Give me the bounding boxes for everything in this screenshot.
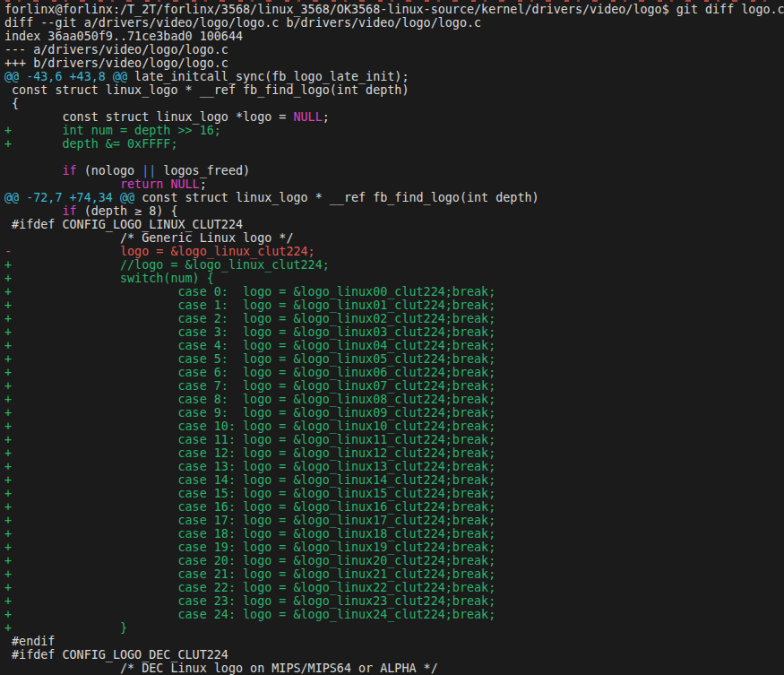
- terminal-line: + case 6: logo = &logo_linux06_clut224;b…: [4, 366, 784, 379]
- code-span: index 36aa050f9..71ce3bad0 100644: [4, 30, 243, 43]
- code-span: #endif: [4, 635, 55, 648]
- terminal-line: return NULL;: [4, 177, 784, 191]
- code-span: + case 8: logo = &logo_linux08_clut224;b…: [4, 393, 495, 406]
- code-span: + case 6: logo = &logo_linux06_clut224;b…: [4, 366, 495, 379]
- terminal-line: @@ -72,7 +74,34 @@ const struct linux_lo…: [4, 191, 784, 204]
- terminal-line: + case 2: logo = &logo_linux02_clut224;b…: [4, 312, 784, 325]
- code-span: + case 21: logo = &logo_linux21_clut224;…: [4, 567, 495, 581]
- code-span: if: [63, 164, 77, 177]
- terminal-line: /* DEC Linux logo on MIPS/MIPS64 or ALPH…: [4, 662, 784, 675]
- terminal-line: + case 3: logo = &logo_linux03_clut224;b…: [4, 325, 784, 339]
- code-span: + case 4: logo = &logo_linux04_clut224;b…: [4, 339, 495, 352]
- terminal-line: + case 8: logo = &logo_linux08_clut224;b…: [4, 393, 784, 406]
- terminal-line: forlinx@forlinx:/T_2T/forlinx/3568/linux…: [4, 3, 784, 16]
- code-span: + case 12: logo = &logo_linux12_clut224;…: [4, 446, 495, 460]
- code-span: [4, 151, 12, 164]
- terminal-line: const struct linux_logo *logo = NULL;: [4, 110, 784, 124]
- terminal-line: + case 15: logo = &logo_linux15_clut224;…: [4, 487, 784, 500]
- code-span: + case 11: logo = &logo_linux11_clut224;…: [4, 433, 495, 446]
- terminal-output: forlinx@forlinx:/T_2T/forlinx/3568/linux…: [0, 0, 784, 675]
- code-span: + case 20: logo = &logo_linux20_clut224;…: [4, 554, 495, 567]
- terminal-line: #endif: [4, 635, 784, 648]
- code-span: if: [63, 204, 77, 218]
- code-span: @@ -72,7 +74,34 @@: [4, 191, 134, 204]
- code-span: [4, 204, 63, 218]
- code-span: + case 16: logo = &logo_linux16_clut224;…: [4, 500, 495, 514]
- clipped-previous-line: [5, 0, 772, 2]
- terminal-line: + //logo = &logo_linux_clut224;: [4, 258, 784, 272]
- terminal-line: + case 17: logo = &logo_linux17_clut224;…: [4, 514, 784, 527]
- terminal-line: + case 4: logo = &logo_linux04_clut224;b…: [4, 339, 784, 352]
- code-span: + depth &= 0xFFFF;: [4, 137, 177, 151]
- terminal-line: + case 24: logo = &logo_linux24_clut224;…: [4, 608, 784, 621]
- code-span: return: [120, 177, 163, 191]
- code-span: const struct linux_logo * __ref fb_find_…: [4, 83, 409, 97]
- code-span: + case 1: logo = &logo_linux01_clut224;b…: [4, 299, 495, 312]
- code-span: +++ b/drivers/video/logo/logo.c: [4, 56, 228, 70]
- code-span: (depth ≥ 8) {: [77, 204, 178, 218]
- code-span: + case 22: logo = &logo_linux22_clut224;…: [4, 581, 495, 594]
- terminal-line: #ifdef CONFIG_LOGO_LINUX_CLUT224: [4, 218, 784, 231]
- terminal-line: @@ -43,6 +43,8 @@ late_initcall_sync(fb_…: [4, 70, 784, 83]
- code-span: + switch(num) {: [4, 272, 214, 285]
- terminal-line: #ifdef CONFIG_LOGO_DEC_CLUT224: [4, 648, 784, 662]
- code-span: const struct linux_logo *logo =: [4, 110, 293, 124]
- terminal-line: + case 13: logo = &logo_linux13_clut224;…: [4, 460, 784, 473]
- terminal-line: + case 12: logo = &logo_linux12_clut224;…: [4, 446, 784, 460]
- terminal-line: [4, 151, 784, 164]
- terminal-line: + depth &= 0xFFFF;: [4, 137, 784, 151]
- code-span: + case 7: logo = &logo_linux07_clut224;b…: [4, 379, 495, 393]
- code-span: + case 0: logo = &logo_linux00_clut224;b…: [4, 285, 495, 299]
- terminal-line: + }: [4, 621, 784, 635]
- terminal-line: + case 1: logo = &logo_linux01_clut224;b…: [4, 299, 784, 312]
- code-span: ;: [323, 110, 330, 124]
- terminal-line: const struct linux_logo * __ref fb_find_…: [4, 83, 784, 97]
- code-span: late_initcall_sync(fb_logo_late_init);: [127, 70, 409, 83]
- terminal-line: + int num = depth >> 16;: [4, 124, 784, 137]
- terminal-line: --- a/drivers/video/logo/logo.c: [4, 43, 784, 56]
- code-span: + case 13: logo = &logo_linux13_clut224;…: [4, 460, 495, 473]
- code-span: + case 19: logo = &logo_linux19_clut224;…: [4, 541, 495, 554]
- terminal-line: + case 0: logo = &logo_linux00_clut224;b…: [4, 285, 784, 299]
- terminal-line: + case 22: logo = &logo_linux22_clut224;…: [4, 581, 784, 594]
- terminal-line: + case 5: logo = &logo_linux05_clut224;b…: [4, 352, 784, 366]
- terminal-window: forlinx@forlinx:/T_2T/forlinx/3568/linux…: [0, 0, 784, 675]
- terminal-line: + case 20: logo = &logo_linux20_clut224;…: [4, 554, 784, 567]
- code-span: /* Generic Linux logo */: [4, 231, 293, 245]
- code-span: #ifdef CONFIG_LOGO_LINUX_CLUT224: [4, 218, 243, 231]
- terminal-line: + case 19: logo = &logo_linux19_clut224;…: [4, 541, 784, 554]
- terminal-line: + case 23: logo = &logo_linux23_clut224;…: [4, 594, 784, 608]
- code-span: @@ -43,6 +43,8 @@: [4, 70, 127, 83]
- code-span: + case 15: logo = &logo_linux15_clut224;…: [4, 487, 495, 500]
- terminal-line: + case 11: logo = &logo_linux11_clut224;…: [4, 433, 784, 446]
- code-span: + case 24: logo = &logo_linux24_clut224;…: [4, 608, 495, 621]
- code-span: --- a/drivers/video/logo/logo.c: [4, 43, 228, 56]
- terminal-line: diff --git a/drivers/video/logo/logo.c b…: [4, 16, 784, 30]
- code-span: + case 17: logo = &logo_linux17_clut224;…: [4, 514, 495, 527]
- terminal-line: + case 7: logo = &logo_linux07_clut224;b…: [4, 379, 784, 393]
- code-span: + }: [4, 621, 127, 635]
- code-span: {: [4, 97, 19, 110]
- terminal-line: if (depth ≥ 8) {: [4, 204, 784, 218]
- code-span: NULL: [293, 110, 322, 124]
- code-span: const struct linux_logo * __ref fb_find_…: [134, 191, 538, 204]
- code-span: + case 18: logo = &logo_linux18_clut224;…: [4, 527, 495, 541]
- code-span: diff --git a/drivers/video/logo/logo.c b…: [4, 16, 481, 30]
- terminal-line: + case 16: logo = &logo_linux16_clut224;…: [4, 500, 784, 514]
- code-span: NULL: [170, 177, 199, 191]
- code-span: ;: [200, 177, 207, 191]
- code-span: + int num = depth >> 16;: [4, 124, 221, 137]
- code-span: + case 9: logo = &logo_linux09_clut224;b…: [4, 406, 495, 420]
- terminal-line: +++ b/drivers/video/logo/logo.c: [4, 56, 784, 70]
- code-span: + //logo = &logo_linux_clut224;: [4, 258, 330, 272]
- code-span: forlinx@forlinx:/T_2T/forlinx/3568/linux…: [4, 3, 784, 16]
- code-span: + case 5: logo = &logo_linux05_clut224;b…: [4, 352, 495, 366]
- terminal-line: + switch(num) {: [4, 272, 784, 285]
- code-span: + case 23: logo = &logo_linux23_clut224;…: [4, 594, 495, 608]
- code-span: (nologo: [77, 164, 142, 177]
- code-span: /* DEC Linux logo on MIPS/MIPS64 or ALPH…: [4, 662, 438, 675]
- terminal-line: {: [4, 97, 784, 110]
- terminal-line: + case 14: logo = &logo_linux14_clut224;…: [4, 473, 784, 487]
- code-span: + case 10: logo = &logo_linux10_clut224;…: [4, 420, 495, 433]
- code-span: [4, 177, 120, 191]
